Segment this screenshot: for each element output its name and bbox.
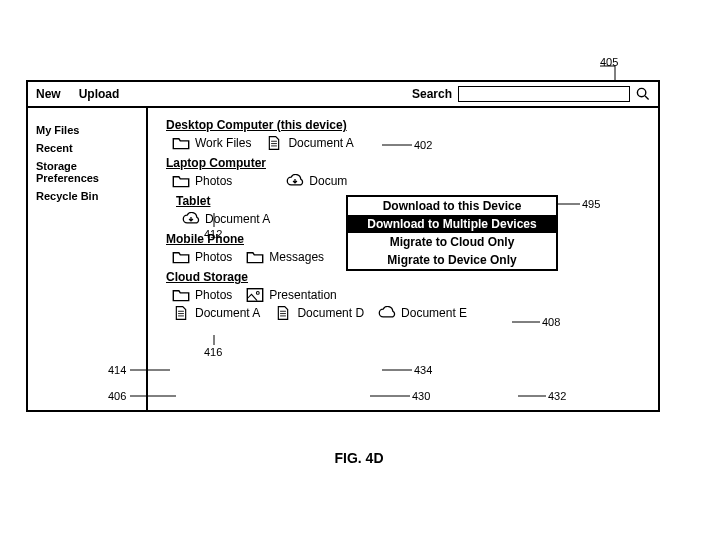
ref-495: 495 [582,198,600,210]
ref-402: 402 [414,139,432,151]
ref-406: 406 [108,390,126,402]
ref-412: 412 [204,228,222,240]
ref-416: 416 [204,346,222,358]
ref-430: 430 [412,390,430,402]
ref-434: 434 [414,364,432,376]
ref-405: 405 [600,56,618,68]
ref-408: 408 [542,316,560,328]
figure-label: FIG. 4D [0,450,718,466]
ref-432: 432 [548,390,566,402]
ref-414: 414 [108,364,126,376]
